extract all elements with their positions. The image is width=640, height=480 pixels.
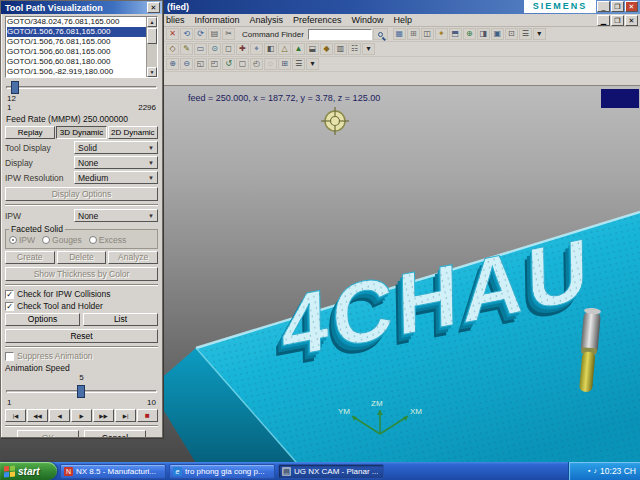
check-suppress-animation[interactable]: Suppress Animation [5,351,158,361]
command-finder-input[interactable] [308,29,372,40]
toolbar-icon[interactable]: ◨ [477,28,490,40]
toolbar-icon[interactable]: ◧ [264,43,277,55]
tab-3d-dynamic[interactable]: 3D Dynamic [56,126,106,139]
dialog-close-button[interactable]: ✕ [147,2,160,13]
toolbar-icon[interactable]: ✕ [166,28,179,40]
mdi-restore-button[interactable]: ❐ [611,15,624,26]
menu-item[interactable]: Analysis [250,15,284,25]
scroll-down-icon[interactable]: ▼ [147,67,157,77]
step-back-button[interactable]: ◀ [49,409,70,422]
toolbar-icon[interactable]: ▦ [393,28,406,40]
scroll-up-icon[interactable]: ▲ [147,17,157,27]
toolbar-icon[interactable]: ◰ [208,58,221,70]
check-ipw-collisions[interactable]: ✓ Check for IPW Collisions [5,289,158,299]
taskbar-task-cam-planar[interactable]: ▤ UG NX CAM - Planar ... [278,464,384,479]
scrollbar-track[interactable] [147,45,157,67]
tray-icon[interactable]: ♪ [594,467,598,475]
toolbar-icon[interactable]: ⊞ [278,58,291,70]
goto-line-selected[interactable]: GOTO/1.506,76.081,165.000 [7,27,146,37]
goto-line[interactable]: GOTO/1.506,60.081,180.000 [7,57,146,67]
start-button[interactable]: start [0,462,57,480]
toolbar-icon[interactable]: △ [278,43,291,55]
toolbar-icon[interactable]: ▣ [491,28,504,40]
toolbar-icon[interactable]: ◱ [194,58,207,70]
goto-list[interactable]: GOTO/348.024,76.081,165.000 GOTO/1.506,7… [5,16,158,78]
toolbar-icon[interactable]: ☰ [519,28,532,40]
toolbar-icon[interactable]: ◌ [264,58,277,70]
reset-button[interactable]: Reset [5,329,158,343]
checkbox-empty-icon[interactable] [5,352,14,361]
goto-line[interactable]: GOTO/1.506,60.081,165.000 [7,47,146,57]
radio-ipw[interactable]: IPW [9,235,35,245]
tool-display-dropdown[interactable]: Solid ▼ [74,141,158,154]
toolbar-icon[interactable]: ▭ [194,43,207,55]
mdi-close-button[interactable]: ✕ [625,15,638,26]
toolbar-icon[interactable]: ▤ [208,28,221,40]
list-scrollbar[interactable]: ▲ ▼ [146,17,157,77]
toolbar-icon[interactable]: ◫ [421,28,434,40]
progress-slider[interactable] [6,81,157,94]
radio-gouges[interactable]: Gouges [42,235,82,245]
toolbar-icon[interactable]: ⬓ [306,43,319,55]
search-icon[interactable] [373,28,388,40]
delete-button[interactable]: Delete [57,251,107,264]
minimize-button[interactable]: _ [597,1,610,12]
menu-item[interactable]: Preferences [293,15,342,25]
toolbar-icon[interactable]: ⟳ [194,28,207,40]
toolbar-icon[interactable]: ⊡ [505,28,518,40]
toolbar-icon[interactable]: ⊕ [463,28,476,40]
radio-dot-icon[interactable] [42,236,50,244]
fast-forward-button[interactable]: ▶▶ [93,409,114,422]
toolbar-icon[interactable]: ◇ [166,43,179,55]
menu-item[interactable]: Information [195,15,240,25]
taskbar-task-browser[interactable]: e tro phong gia cong p... [169,464,275,479]
maximize-button[interactable]: ❐ [611,1,624,12]
play-button[interactable]: ▶ [71,409,92,422]
radio-dot-icon[interactable] [9,236,17,244]
toolbar-icon[interactable]: ◻ [222,43,235,55]
toolbar-icon[interactable]: ✂ [222,28,235,40]
display-options-button[interactable]: Display Options [5,187,158,201]
analyze-button[interactable]: Analyze [108,251,158,264]
checkbox-checked-icon[interactable]: ✓ [5,302,14,311]
check-tool-holder[interactable]: ✓ Check Tool and Holder [5,301,158,311]
list-button[interactable]: List [83,313,158,326]
goto-line[interactable]: GOTO/348.024,76.081,165.000 [7,17,146,27]
display-dropdown[interactable]: None ▼ [74,156,158,169]
toolbar-icon[interactable]: ⊞ [407,28,420,40]
slider-track[interactable] [6,86,157,89]
toolbar-icon[interactable]: ▾ [362,43,375,55]
radio-excess[interactable]: Excess [89,235,126,245]
slider-thumb[interactable] [11,81,19,94]
toolbar-icon[interactable]: ⊖ [180,58,193,70]
goto-line[interactable]: GOTO/1.506,-82.919,180.000 [7,67,146,77]
toolbar-icon[interactable]: ↺ [222,58,235,70]
toolbar-icon[interactable]: ▢ [236,58,249,70]
go-to-end-button[interactable]: ▶| [115,409,136,422]
show-thickness-button[interactable]: Show Thickness by Color [5,267,158,281]
tab-2d-dynamic[interactable]: 2D Dynamic [108,126,158,139]
toolbar-icon[interactable]: ▥ [334,43,347,55]
menu-item[interactable]: Window [352,15,384,25]
create-button[interactable]: Create [5,251,55,264]
menu-item[interactable]: blies [166,15,185,25]
menu-item[interactable]: Help [394,15,413,25]
toolbar-icon[interactable]: ✦ [435,28,448,40]
toolbar-icon[interactable]: ⬒ [449,28,462,40]
dialog-title-bar[interactable]: Tool Path Visualization ✕ [1,1,162,14]
play-backward-button[interactable]: ◀◀ [27,409,48,422]
scrollbar-thumb[interactable] [147,28,157,44]
ipw-dropdown[interactable]: None ▼ [74,209,158,222]
radio-dot-icon[interactable] [89,236,97,244]
toolbar-icon[interactable]: ▾ [533,28,546,40]
toolbar-icon[interactable]: ⊕ [166,58,179,70]
stop-button[interactable]: ■ [137,409,158,422]
mdi-minimize-button[interactable]: ▁ [597,15,610,26]
toolbar-icon[interactable]: ◴ [250,58,263,70]
toolbar-icon[interactable]: ⟲ [180,28,193,40]
checkbox-checked-icon[interactable]: ✓ [5,290,14,299]
animation-speed-slider[interactable] [6,385,157,398]
tray-icon[interactable]: ▪ [588,467,590,475]
toolbar-icon[interactable]: ⊙ [208,43,221,55]
go-to-start-button[interactable]: |◀ [5,409,26,422]
